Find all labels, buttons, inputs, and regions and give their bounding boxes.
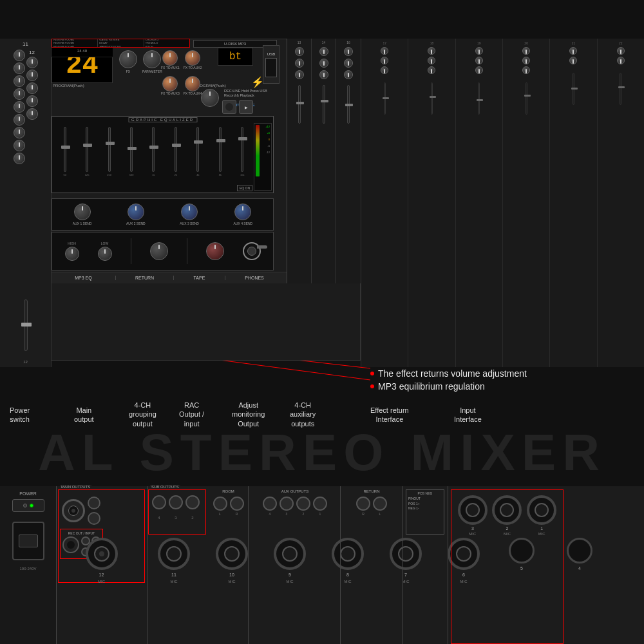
ch11-eq-mid[interactable] (14, 62, 25, 74)
xlr-input-4[interactable] (567, 538, 592, 564)
aux-out-4[interactable] (263, 497, 277, 511)
ext-ch22-k2[interactable] (617, 57, 625, 64)
ch11-fader[interactable] (21, 323, 32, 327)
fx-aux2-knob[interactable] (185, 50, 200, 66)
return-port-l[interactable] (373, 497, 387, 511)
input-xlr-3[interactable] (458, 495, 488, 525)
main-out-xlr-l[interactable] (62, 499, 85, 522)
fader-thumb-4k[interactable] (194, 140, 203, 144)
fx-knob[interactable] (119, 50, 137, 68)
return-port-r[interactable] (356, 497, 370, 511)
aux-out-2[interactable] (296, 497, 310, 511)
ch12-aux1[interactable] (26, 95, 38, 107)
ch14-knob1[interactable] (319, 47, 328, 56)
fader-thumb-125[interactable] (83, 144, 92, 147)
fader-thumb-500[interactable] (128, 147, 137, 150)
ext-ch20-k1[interactable] (522, 47, 530, 55)
ext-ch18-k2[interactable] (428, 57, 435, 64)
repeat-knob[interactable] (222, 100, 236, 114)
fader-thumb-1k[interactable] (149, 146, 158, 149)
fader-thumb-250[interactable] (106, 142, 115, 145)
fx-aux1-knob[interactable] (162, 50, 178, 66)
power-switch[interactable] (12, 499, 44, 512)
ext-ch17-k2[interactable] (381, 57, 388, 64)
fx-aux3-knob[interactable] (162, 76, 178, 91)
xlr-input-9[interactable] (274, 538, 306, 570)
aux-out-3[interactable] (279, 497, 294, 511)
xlr-input-11[interactable] (158, 538, 190, 570)
ch14-fader[interactable] (321, 100, 328, 102)
ch15-knob1[interactable] (344, 47, 353, 56)
program-knob-right[interactable] (201, 89, 219, 109)
ext-ch20-fader[interactable] (524, 95, 531, 97)
aux2-send-knob[interactable] (128, 204, 144, 220)
sub-out-3[interactable] (185, 495, 200, 509)
ch12-eq-mid[interactable] (26, 70, 38, 81)
fader-thumb-2k[interactable] (172, 144, 181, 147)
ch13-fader[interactable] (296, 102, 304, 104)
ch11-fx[interactable] (14, 140, 25, 151)
xlr-input-8[interactable] (332, 538, 364, 570)
tape-knob[interactable] (206, 242, 224, 260)
parameter-knob[interactable] (143, 50, 161, 68)
high-knob[interactable] (65, 247, 79, 261)
fader-thumb-15k[interactable] (238, 137, 247, 140)
eq-on-button[interactable]: EQ ON (237, 185, 252, 191)
ext-ch19-fader[interactable] (477, 99, 483, 101)
ch15-knob3[interactable] (344, 70, 353, 79)
ch13-knob3[interactable] (295, 70, 304, 79)
ext-ch18-k3[interactable] (428, 66, 435, 74)
ch12-eq-lo[interactable] (26, 82, 38, 94)
ch15-fader[interactable] (345, 104, 353, 106)
ext-ch18-k1[interactable] (428, 47, 435, 55)
xlr-input-7[interactable] (390, 538, 422, 570)
ch12-eq-hi[interactable] (26, 57, 38, 68)
ext-ch21-k1[interactable] (569, 47, 577, 55)
usb-slot[interactable]: USB (263, 45, 279, 84)
input-xlr-1[interactable] (527, 495, 556, 525)
ch11-eq-lo[interactable] (14, 75, 25, 87)
ch13-knob2[interactable] (295, 59, 304, 68)
ext-ch19-k3[interactable] (475, 66, 483, 74)
ch11-aux2[interactable] (14, 101, 25, 113)
ext-ch18-fader[interactable] (430, 96, 436, 98)
ch14-knob2[interactable] (319, 59, 328, 68)
ch15-knob2[interactable] (344, 59, 353, 68)
sub-out-1[interactable] (152, 495, 166, 509)
ch12-aux2[interactable] (26, 108, 38, 120)
ch11-aux1[interactable] (14, 88, 25, 100)
low-knob[interactable] (98, 247, 112, 261)
aux-out-1[interactable] (313, 497, 327, 511)
ext-ch17-k1[interactable] (381, 47, 388, 55)
main-out-trs-l[interactable] (88, 497, 100, 509)
ch11-aux4[interactable] (14, 127, 25, 138)
ext-ch20-k2[interactable] (522, 57, 530, 64)
room-port-r[interactable] (230, 497, 244, 511)
ext-ch22-fader[interactable] (618, 86, 625, 88)
ext-ch17-k3[interactable] (381, 66, 388, 74)
ext-ch21-fader[interactable] (571, 88, 578, 90)
fader-thumb-63[interactable] (61, 146, 70, 149)
fx-aux4-knob[interactable] (185, 76, 200, 91)
return-knob[interactable] (150, 242, 168, 260)
room-port-l[interactable] (213, 497, 227, 511)
aux4-send-knob[interactable] (234, 204, 251, 220)
ch11-eq-hi[interactable] (14, 50, 25, 61)
ext-ch17-fader[interactable] (383, 97, 389, 99)
ext-ch19-k2[interactable] (475, 57, 483, 64)
ext-ch21-k2[interactable] (569, 57, 577, 64)
mode-button[interactable]: ▶ (239, 100, 253, 114)
main-out-trs-r[interactable] (88, 512, 100, 525)
input-xlr-2[interactable] (492, 495, 522, 525)
fader-thumb-8k[interactable] (216, 139, 225, 142)
aux3-send-knob[interactable] (181, 204, 198, 220)
aux1-send-knob[interactable] (74, 204, 91, 220)
ch11-aux3[interactable] (14, 114, 25, 126)
ext-ch20-k3[interactable] (522, 66, 530, 74)
ext-ch22-k1[interactable] (617, 47, 625, 55)
xlr-input-12[interactable] (86, 538, 118, 570)
ch14-knob3[interactable] (319, 70, 328, 79)
xlr-input-10[interactable] (216, 538, 248, 570)
ext-ch19-k1[interactable] (475, 47, 483, 55)
ch13-knob1[interactable] (295, 47, 304, 56)
